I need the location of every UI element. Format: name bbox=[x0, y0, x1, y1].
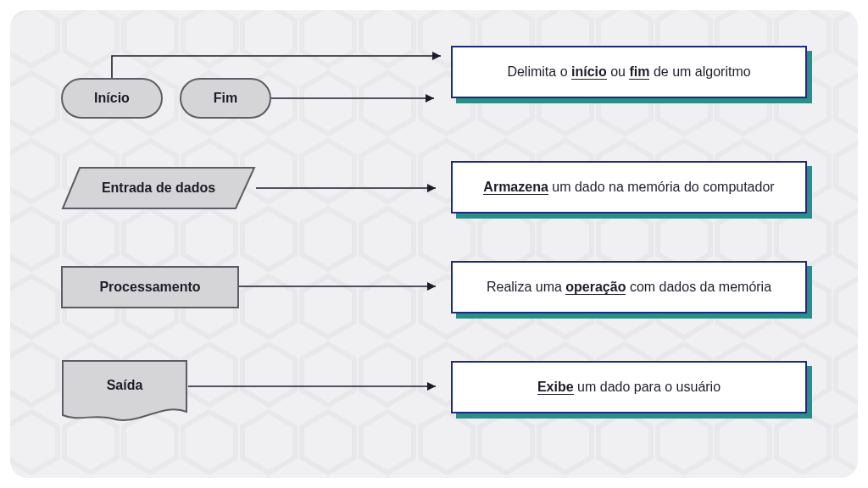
desc-entrada: Armazena um dado na memória do computado… bbox=[451, 161, 807, 214]
svg-marker-9 bbox=[427, 282, 436, 291]
text: ou bbox=[607, 64, 630, 79]
svg-marker-4 bbox=[426, 94, 434, 103]
desc-terminator: Delimita o início ou fim de um algoritmo bbox=[451, 46, 807, 98]
keyword-fim: fim bbox=[629, 64, 649, 80]
arrow-entrada bbox=[256, 183, 451, 195]
desc-processamento: Realiza uma operação com dados da memóri… bbox=[451, 261, 807, 313]
svg-marker-7 bbox=[427, 184, 436, 192]
arrow-fim bbox=[271, 93, 449, 105]
svg-marker-2 bbox=[432, 52, 441, 60]
text: Realiza uma bbox=[487, 280, 565, 294]
arrow-inicio bbox=[112, 53, 451, 86]
text: com dados da memória bbox=[626, 280, 771, 294]
document-saida-label: Saída bbox=[61, 359, 188, 412]
keyword-operacao: operação bbox=[565, 280, 626, 295]
text: um dado para o usuário bbox=[574, 380, 721, 394]
arrow-saida bbox=[188, 381, 451, 393]
keyword-exibe: Exibe bbox=[537, 380, 574, 395]
text: Delimita o bbox=[507, 64, 571, 79]
svg-marker-11 bbox=[427, 382, 436, 391]
text: de um algoritmo bbox=[649, 64, 750, 79]
arrow-processamento bbox=[239, 281, 451, 293]
desc-saida: Exibe um dado para o usuário bbox=[451, 361, 807, 413]
parallelogram-entrada-label: Entrada de dados bbox=[61, 166, 256, 210]
keyword-armazena: Armazena bbox=[483, 180, 548, 195]
rect-processamento: Processamento bbox=[61, 266, 239, 308]
diagram-canvas: Início Fim Delimita o início ou fim de u… bbox=[10, 10, 858, 478]
text: um dado na memória do computador bbox=[548, 180, 775, 194]
keyword-inicio: início bbox=[571, 64, 607, 80]
